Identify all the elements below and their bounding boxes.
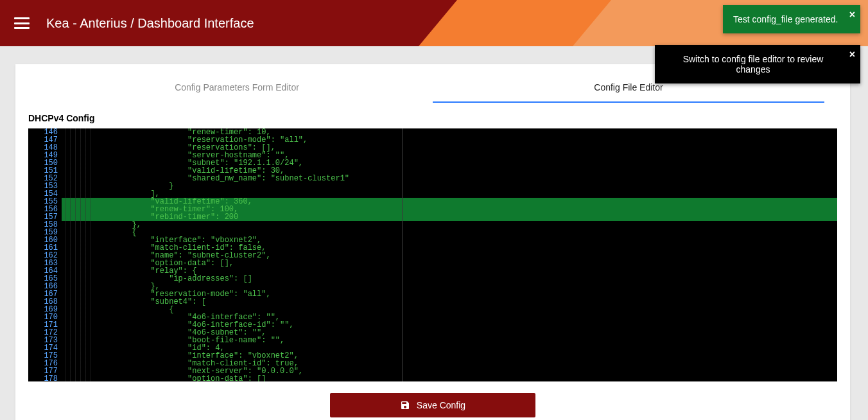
indent-guide (62, 290, 92, 298)
indent-guide (62, 360, 92, 367)
code-text: "rebind-timer": 200 (92, 213, 837, 221)
code-text: } (92, 182, 837, 190)
close-icon[interactable]: × (849, 9, 855, 21)
indent-guide (62, 298, 92, 306)
indent-guide (62, 236, 92, 244)
code-line[interactable]: 158 }, (28, 221, 837, 229)
save-config-label: Save Config (417, 400, 465, 410)
indent-guide (62, 344, 92, 352)
close-icon[interactable]: × (849, 49, 855, 60)
code-text: }, (92, 221, 837, 229)
indent-guide (62, 352, 92, 360)
indent-guide (62, 375, 92, 381)
toast-info: Switch to config file editor to review c… (655, 45, 860, 83)
indent-guide (62, 152, 92, 159)
indent-guide (62, 283, 92, 290)
indent-guide (62, 267, 92, 275)
indent-guide (62, 321, 92, 329)
indent-guide (62, 175, 92, 182)
tab-form-editor[interactable]: Config Parameters Form Editor (41, 82, 433, 103)
page-card: Config Parameters Form Editor Config Fil… (15, 64, 850, 420)
code-line[interactable]: 178 "option-data": [] (28, 375, 837, 381)
app-title: Kea - Anterius / Dashboard Interface (46, 16, 254, 31)
indent-guide (62, 367, 92, 375)
toast-success: Test config_file generated. × (723, 5, 860, 33)
indent-guide (62, 337, 92, 344)
indent-guide (62, 275, 92, 283)
save-config-button[interactable]: Save Config (330, 393, 535, 417)
indent-guide (62, 229, 92, 236)
indent-guide (62, 206, 92, 213)
indent-guide (62, 182, 92, 190)
menu-icon[interactable] (14, 17, 30, 29)
code-text: "shared_nw_name": "subnet-cluster1" (92, 175, 837, 182)
indent-guide (62, 329, 92, 337)
indent-guide (62, 244, 92, 252)
indent-guide (62, 128, 92, 136)
indent-guide (62, 213, 92, 221)
indent-guide (62, 136, 92, 144)
indent-guide (62, 190, 92, 198)
indent-guide (62, 144, 92, 152)
indent-guide (62, 221, 92, 229)
indent-guide (62, 159, 92, 167)
editor-ruler (402, 128, 403, 381)
config-section-title: DHCPv4 Config (15, 103, 850, 128)
indent-guide (62, 259, 92, 267)
code-text: "option-data": [], (92, 259, 837, 267)
indent-guide (62, 198, 92, 206)
indent-guide (62, 306, 92, 313)
save-icon (400, 400, 410, 410)
code-text: "ip-addresses": [] (92, 275, 837, 283)
code-text: "option-data": [] (92, 375, 837, 381)
indent-guide (62, 252, 92, 259)
tab-file-editor[interactable]: Config File Editor (433, 82, 824, 103)
toast-info-text: Switch to config file editor to review c… (683, 54, 824, 74)
indent-guide (62, 313, 92, 321)
code-text: "subnet4": [ (92, 298, 837, 306)
indent-guide (62, 167, 92, 175)
line-number: 178 (28, 375, 62, 381)
code-line[interactable]: 157 "rebind-timer": 200 (28, 213, 837, 221)
toast-success-text: Test config_file generated. (733, 14, 838, 24)
code-editor[interactable]: 146 "renew-timer": 10,147 "reservation-m… (28, 128, 837, 381)
